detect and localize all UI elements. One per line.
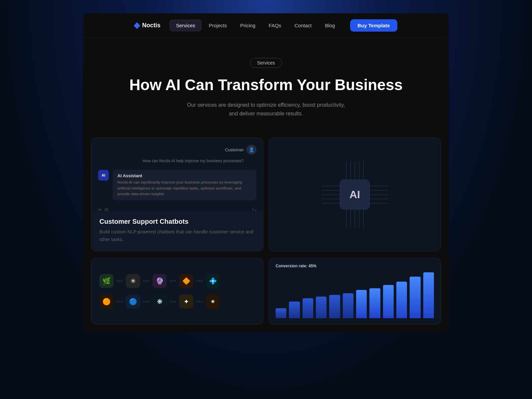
- integration-icon-2: ✳: [126, 274, 140, 288]
- connector-4: [197, 280, 202, 282]
- chart-bars-container: [276, 272, 434, 318]
- integration-icon-7: 🔵: [126, 295, 140, 309]
- logo-area: Noctis: [135, 22, 160, 29]
- connector-6: [143, 301, 149, 302]
- page-container: Noctis Services Projects Pricing FAQs Co…: [83, 13, 449, 332]
- navbar: Noctis Services Projects Pricing FAQs Co…: [83, 13, 449, 38]
- nav-item-pricing[interactable]: Pricing: [234, 20, 261, 31]
- integration-icon-8: ❋: [153, 295, 167, 309]
- ai-avatar: AI: [98, 170, 109, 181]
- bar-11: [410, 277, 420, 318]
- connector-3: [170, 280, 176, 282]
- chatbot-card-content: Customer Support Chatbots Build custom N…: [91, 211, 263, 251]
- buy-template-button[interactable]: Buy Template: [350, 19, 397, 32]
- bar-8: [369, 288, 380, 318]
- ml-card-visual: AI: [269, 138, 441, 251]
- bar-5: [329, 295, 340, 318]
- bar-10: [396, 282, 407, 318]
- nav-links: Services Projects Pricing FAQs Contact B…: [170, 20, 341, 31]
- chart-value: 45%: [309, 264, 317, 268]
- logo-text: Noctis: [142, 22, 160, 29]
- integration-row-2: 🟠 🔵 ❋ ✦ ✴: [99, 295, 255, 309]
- bar-7: [356, 290, 367, 318]
- chat-visual: Customer 👤 How can Noctis AI help improv…: [91, 138, 263, 211]
- chatbot-card-title: Customer Support Chatbots: [99, 218, 255, 225]
- nav-item-faqs[interactable]: FAQs: [263, 20, 287, 31]
- customer-label: Customer: [225, 147, 244, 152]
- integration-icon-5: 💠: [206, 274, 220, 288]
- chat-ai-row: AI AI Assistant Noctis AI can significan…: [98, 170, 256, 200]
- ai-bubble: AI Assistant Noctis AI can significantly…: [113, 170, 256, 200]
- hero-title: How AI Can Transform Your Business: [96, 76, 436, 94]
- connector-8: [197, 301, 202, 302]
- chat-actions: ✏ ⧉ ▷: [98, 204, 256, 211]
- ai-response-text: Noctis AI can significantly improve your…: [117, 180, 252, 197]
- integration-visual: 🌿 ✳ 🔮 🔶 💠: [91, 258, 263, 324]
- edit-icon[interactable]: ✏: [98, 207, 102, 211]
- logo-diamond-icon: [134, 22, 141, 29]
- hero-subtitle: Our services are designed to optimize ef…: [183, 101, 349, 118]
- bar-3: [303, 298, 313, 318]
- chip-box: AI: [340, 180, 370, 209]
- ai-name: AI Assistant: [117, 173, 252, 178]
- services-badge: Services: [250, 58, 282, 68]
- integration-icon-3: 🔮: [153, 274, 167, 288]
- bar-9: [383, 285, 394, 318]
- bar-1: [276, 308, 286, 318]
- bottom-cards-grid: 🌿 ✳ 🔮 🔶 💠: [83, 258, 449, 332]
- nav-item-services[interactable]: Services: [170, 20, 201, 31]
- integration-icon-9: ✦: [179, 295, 193, 309]
- chat-question: How can Noctis AI help improve my busine…: [98, 159, 256, 163]
- connector-2: [143, 280, 149, 282]
- copy-icon[interactable]: ⧉: [105, 207, 108, 211]
- top-cards-grid: Customer 👤 How can Noctis AI help improv…: [83, 131, 449, 258]
- connector-1: [117, 280, 123, 282]
- connector-5: [117, 301, 123, 302]
- ml-card: AI Machine Learning Models Develop and t…: [269, 138, 441, 251]
- integration-row-1: 🌿 ✳ 🔮 🔶 💠: [99, 274, 255, 288]
- integration-icon-4: 🔶: [179, 274, 193, 288]
- integration-icon-1: 🌿: [99, 274, 113, 288]
- chart-label-prefix: Conversion rate:: [276, 264, 309, 268]
- user-icon: 👤: [249, 147, 254, 152]
- ml-card-content: Machine Learning Models Develop and trai…: [269, 251, 441, 251]
- integration-icon-10: ✴: [206, 295, 220, 309]
- integration-icon-6: 🟠: [99, 295, 113, 309]
- chatbot-card: Customer 👤 How can Noctis AI help improv…: [91, 138, 263, 251]
- customer-avatar: 👤: [246, 145, 256, 155]
- bar-2: [289, 302, 300, 318]
- hero-section: Services How AI Can Transform Your Busin…: [83, 38, 449, 131]
- chat-action-icons: ✏ ⧉: [98, 207, 108, 211]
- chat-customer-row: Customer 👤: [98, 145, 256, 155]
- chart-visual: Conversion rate: 45%: [269, 258, 441, 324]
- connector-7: [170, 301, 176, 302]
- chip-label: AI: [349, 189, 360, 201]
- nav-item-contact[interactable]: Contact: [289, 20, 318, 31]
- analytics-card: Conversion rate: 45%: [269, 258, 441, 325]
- send-icon[interactable]: ▷: [252, 207, 256, 211]
- chatbot-card-desc: Build custom NLP-powered chatbots that c…: [99, 228, 255, 243]
- bar-12: [423, 272, 434, 318]
- nav-item-projects[interactable]: Projects: [203, 20, 233, 31]
- bar-4: [316, 297, 327, 318]
- nav-item-blog[interactable]: Blog: [319, 20, 341, 31]
- chart-label: Conversion rate: 45%: [276, 264, 434, 268]
- bar-6: [343, 293, 353, 318]
- chatbot-card-visual: Customer 👤 How can Noctis AI help improv…: [91, 138, 263, 211]
- integration-card: 🌿 ✳ 🔮 🔶 💠: [91, 258, 263, 325]
